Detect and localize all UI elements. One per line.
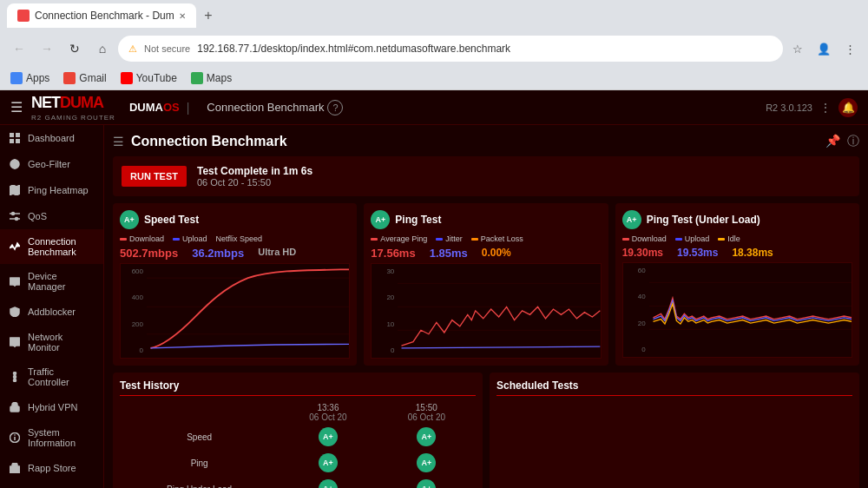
y-label-10: 10	[373, 320, 394, 328]
idle-load-legend: Idle	[718, 234, 740, 243]
sidebar-item-traffic-controller[interactable]: Traffic Controller	[0, 359, 103, 394]
notifications-button[interactable]: 🔔	[838, 98, 858, 117]
url-text: 192.168.77.1/desktop/index.html#com.netd…	[197, 43, 510, 55]
page-header: ☰ Connection Benchmark 📌 ⓘ	[113, 134, 859, 149]
sidebar-item-hybrid-vpn[interactable]: Hybrid VPN	[0, 394, 103, 420]
ping-load-grade-2: A+	[378, 476, 476, 488]
devices-icon	[9, 275, 21, 287]
address-bar[interactable]: ⚠ Not secure 192.168.77.1/desktop/index.…	[118, 36, 783, 62]
bookmark-youtube[interactable]: YouTube	[121, 72, 177, 84]
page-name-label: Connection Benchmark	[207, 101, 324, 114]
svg-rect-1	[16, 133, 20, 137]
packet-loss-legend-label: Packet Loss	[481, 234, 523, 243]
sidebar-item-qos[interactable]: QoS	[0, 203, 103, 229]
sidebar: Dashboard Geo-Filter Ping Heatmap QoS	[0, 125, 104, 488]
svg-rect-23	[10, 406, 19, 412]
ping-load-grade-badge-1: A+	[319, 479, 338, 488]
star-bookmark-button[interactable]: ☆	[786, 37, 809, 60]
speed-grade-badge-1: A+	[319, 427, 338, 446]
sidebar-item-ping-heatmap[interactable]: Ping Heatmap	[0, 177, 103, 203]
speed-chart-svg	[147, 264, 349, 350]
bookmark-gmail[interactable]: Gmail	[63, 72, 106, 84]
ping-load-grade-badge-2: A+	[417, 479, 436, 488]
bookmark-apps-label: Apps	[26, 72, 49, 84]
history-row-ping-load: Ping Under Load A+ A+	[120, 476, 476, 488]
ping-load-grade-badge: A+	[622, 210, 641, 229]
traffic-icon	[9, 371, 21, 383]
y-label-0-ping: 0	[373, 346, 394, 354]
home-button[interactable]: ⌂	[90, 36, 115, 61]
upload-color	[173, 238, 180, 241]
forward-button[interactable]: →	[35, 36, 59, 61]
monitor-icon	[9, 336, 21, 348]
netflix-label: Netflix Speed	[216, 234, 263, 243]
activity-icon	[9, 241, 21, 253]
bookmark-maps[interactable]: Maps	[191, 72, 232, 84]
sidebar-label-qos: QoS	[28, 211, 47, 221]
sliders-icon	[9, 210, 21, 222]
sidebar-item-addblocker[interactable]: Addblocker	[0, 299, 103, 325]
maps-icon	[191, 72, 203, 84]
account-button[interactable]: 👤	[812, 37, 835, 60]
more-options-button[interactable]: ⋮	[819, 101, 832, 115]
sidebar-label-connection-benchmark: Connection Benchmark	[28, 236, 95, 257]
jitter-legend-label: Jitter	[445, 234, 463, 243]
history-row-speed: Speed A+ A+	[120, 424, 476, 450]
upload-legend-label: Upload	[182, 234, 207, 243]
avg-ping-value-group: 17.56ms	[371, 247, 415, 260]
test-date: 06 Oct 20 - 15:50	[197, 177, 312, 188]
sidebar-item-geo-filter[interactable]: Geo-Filter	[0, 151, 103, 177]
sidebar-toggle-button[interactable]: ☰	[10, 99, 23, 115]
duma-os-label: DUMA OS	[129, 101, 180, 114]
help-circle-button[interactable]: ⓘ	[847, 134, 859, 149]
sidebar-item-network-monitor[interactable]: Network Monitor	[0, 325, 103, 359]
packet-loss-color	[471, 238, 478, 241]
sidebar-label-addblocker: Addblocker	[28, 307, 76, 317]
browser-tab[interactable]: Connection Benchmark - Duma... ✕	[7, 3, 196, 28]
logo-net: NET	[31, 94, 60, 112]
speed-chart-area: 600 400 200 0	[120, 263, 350, 359]
sidebar-item-dashboard[interactable]: Dashboard	[0, 125, 103, 151]
packet-loss-value: 0.00%	[482, 247, 511, 259]
bookmark-gmail-label: Gmail	[79, 72, 106, 84]
ul-load-legend: Upload	[675, 234, 710, 243]
shield-icon	[9, 306, 21, 318]
store-icon	[9, 462, 21, 474]
ul-load-value-group: 19.53ms	[677, 247, 718, 259]
sidebar-label-device-manager: Device Manager	[28, 271, 95, 292]
sidebar-item-connection-benchmark[interactable]: Connection Benchmark	[0, 229, 103, 264]
y-label-0-load: 0	[625, 346, 646, 353]
svg-rect-27	[10, 466, 20, 473]
svg-rect-3	[16, 139, 20, 143]
speed-grade-badge: A+	[120, 210, 139, 229]
history-row-ping: Ping A+ A+	[120, 450, 476, 476]
help-button[interactable]: ?	[327, 100, 343, 115]
ping-grade-badge-1: A+	[319, 453, 338, 472]
main-content: ☰ Connection Benchmark 📌 ⓘ RUN TEST Test…	[104, 125, 868, 488]
tab-close-button[interactable]: ✕	[179, 11, 186, 21]
refresh-button[interactable]: ↻	[62, 36, 87, 61]
globe-icon	[9, 158, 21, 170]
sidebar-label-network-monitor: Network Monitor	[28, 332, 95, 353]
sidebar-item-device-manager[interactable]: Device Manager	[0, 264, 103, 299]
run-test-button[interactable]: RUN TEST	[122, 166, 187, 187]
bookmark-apps[interactable]: Apps	[10, 72, 49, 84]
svg-line-35	[402, 346, 601, 348]
back-button[interactable]: ←	[7, 36, 31, 61]
sidebar-item-rapp-store[interactable]: Rapp Store	[0, 455, 103, 481]
speed-grade-2: A+	[378, 424, 476, 450]
new-tab-button[interactable]: +	[196, 3, 220, 28]
pin-button[interactable]: 📌	[825, 134, 840, 149]
y-label-20: 20	[625, 320, 646, 327]
netflix-value: Ultra HD	[258, 247, 296, 257]
tab-favicon	[17, 10, 30, 22]
avg-ping-legend: Average Ping	[371, 234, 427, 243]
page-menu-icon[interactable]: ☰	[113, 135, 124, 148]
sidebar-item-system-information[interactable]: System Information	[0, 420, 103, 455]
sidebar-item-network-settings[interactable]: Network Settings	[0, 481, 103, 488]
version-label: R2 3.0.123	[766, 102, 812, 113]
sidebar-label-hybrid-vpn: Hybrid VPN	[28, 402, 77, 412]
page-title: Connection Benchmark	[131, 134, 287, 149]
logo-duma: DUMA	[60, 94, 103, 112]
menu-button[interactable]: ⋮	[838, 37, 861, 60]
